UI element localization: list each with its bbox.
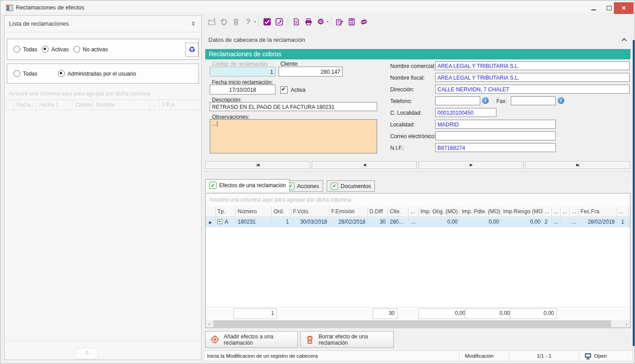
tab-efectos-de-una-reclamaci-n[interactable]: ✔Efectos de una reclamación bbox=[205, 179, 290, 192]
column-header-clte[interactable]: Clte. bbox=[388, 207, 409, 216]
books-button[interactable] bbox=[358, 16, 370, 27]
previous-record-button[interactable]: ◀ bbox=[312, 161, 417, 169]
radio-todas[interactable]: Todas bbox=[14, 46, 37, 53]
resize-grip[interactable]: ⋰ bbox=[625, 351, 632, 361]
column-header-n-mero[interactable]: Número bbox=[236, 207, 272, 216]
telefono-info-icon[interactable]: i bbox=[482, 97, 489, 104]
grid-cell[interactable]: 0,00 bbox=[460, 217, 501, 227]
column-header-f-p-a[interactable]: F.P.A. bbox=[160, 100, 200, 110]
caret-down-icon[interactable]: ▾ bbox=[327, 20, 329, 24]
grid-cell[interactable]: ... bbox=[570, 217, 579, 227]
undo-button[interactable] bbox=[218, 16, 230, 27]
grid-cell[interactable]: ... bbox=[552, 217, 561, 227]
column-header-fecha-i[interactable]: Fecha I. bbox=[36, 100, 72, 110]
column-header-imp-riesgo-mo[interactable]: Imp.Riesgo (MO) bbox=[501, 207, 543, 216]
grid-cell[interactable]: 1 bbox=[272, 217, 291, 227]
observaciones-textarea[interactable]: ... bbox=[210, 119, 377, 153]
grid-cell[interactable] bbox=[561, 217, 570, 227]
column-header-indicator[interactable]: ... bbox=[543, 207, 552, 216]
grid-cell[interactable]: ▶ bbox=[206, 217, 216, 227]
settings-gear-button[interactable]: ⚙ bbox=[315, 16, 327, 27]
column-header-cliente[interactable]: Cliente bbox=[72, 100, 93, 110]
tab-documentos[interactable]: ✔Documentos bbox=[327, 180, 375, 192]
nombre-fiscal-input[interactable]: AREA LEGAL Y TRIBUTARIA S.L. bbox=[435, 73, 630, 82]
refresh-button[interactable]: ♻ bbox=[185, 43, 198, 57]
confirm-button[interactable] bbox=[261, 16, 273, 27]
delete-effect-button[interactable]: Borrar efecto de una reclamación bbox=[300, 331, 394, 348]
radio-no-activas[interactable]: No activas bbox=[73, 46, 108, 53]
column-header-indicator[interactable] bbox=[206, 207, 216, 216]
grid-cell[interactable]: 280... bbox=[388, 217, 409, 227]
column-header-f-emisi-n[interactable]: F.Emisión bbox=[329, 207, 368, 216]
radio-administradas-por-el-usuario[interactable]: Administradas por el usuario bbox=[58, 70, 136, 77]
grid-cell[interactable]: A bbox=[216, 217, 236, 227]
column-header-imp-pdte-mo[interactable]: Imp. Pdte. (MO) bbox=[460, 207, 501, 216]
telefono-input[interactable] bbox=[435, 96, 480, 105]
first-record-button[interactable]: |◀ bbox=[205, 161, 310, 169]
new-record-button[interactable] bbox=[206, 16, 218, 27]
column-header-nombre[interactable]: Nombre bbox=[93, 100, 150, 110]
scrollbar-thumb[interactable] bbox=[213, 320, 611, 327]
direccion-input[interactable]: CALLE NERVION, 7 CHALET bbox=[435, 85, 630, 94]
print-button[interactable] bbox=[302, 16, 315, 27]
collapse-section-button[interactable] bbox=[620, 36, 629, 44]
expand-row-icon[interactable] bbox=[217, 219, 222, 224]
correo-input[interactable] bbox=[435, 131, 556, 140]
delete-button[interactable] bbox=[230, 16, 242, 27]
column-header-ord[interactable]: Ord. bbox=[272, 207, 291, 216]
last-record-button[interactable]: ▶| bbox=[525, 161, 630, 169]
radio-activas[interactable]: Activas bbox=[42, 46, 69, 53]
column-header-recla[interactable]: Recla... bbox=[14, 100, 36, 110]
caret-down-icon[interactable]: ▾ bbox=[254, 20, 256, 24]
localidad-input[interactable]: MADRID bbox=[435, 120, 556, 129]
cliente-input[interactable]: 280.147 bbox=[279, 67, 342, 76]
grid-data-row[interactable]: ▶A180231130/03/201828/02/201830280......… bbox=[206, 217, 630, 227]
column-header-fec-fra[interactable]: Fec.Fra. bbox=[579, 207, 617, 216]
radio-label: Administradas por el usuario bbox=[68, 71, 136, 77]
exit-button[interactable] bbox=[273, 16, 285, 27]
column-header-indicator[interactable]: ... bbox=[561, 207, 570, 216]
column-header-imp-orig-mo[interactable]: Imp. Orig. (MO) bbox=[419, 207, 460, 216]
scroll-right-icon[interactable]: › bbox=[623, 320, 630, 328]
activa-checkbox[interactable]: Activa bbox=[280, 86, 306, 94]
codigo-input[interactable]: 1 bbox=[210, 67, 275, 76]
horizontal-scrollbar[interactable]: ‹ › bbox=[206, 320, 630, 328]
column-header-indicator[interactable]: ... bbox=[409, 207, 419, 216]
grid-cell[interactable]: 2 bbox=[543, 217, 552, 227]
c-localidad-input[interactable]: 000120100450 bbox=[435, 108, 496, 117]
column-header-indicator[interactable] bbox=[5, 100, 14, 110]
column-header-tp[interactable]: Tp. bbox=[216, 207, 236, 216]
descripcion-input[interactable]: RETRASO EN EL PAGO DE LA FACTURA 180231 bbox=[210, 102, 377, 111]
scroll-left-icon[interactable]: ‹ bbox=[206, 320, 213, 328]
column-header-indicator[interactable]: ... bbox=[552, 207, 561, 216]
nombre-comercial-input[interactable]: AREA LEGAL Y TRIBUTARIA S.L. bbox=[435, 61, 630, 70]
grid-cell[interactable]: 0,00 bbox=[419, 217, 460, 227]
document-button[interactable] bbox=[290, 16, 302, 27]
column-header-indicator[interactable]: ... bbox=[570, 207, 579, 216]
pin-icon[interactable] bbox=[189, 19, 198, 28]
grid-cell[interactable]: 1 bbox=[617, 217, 629, 227]
grid-cell[interactable]: 28/02/2018 bbox=[579, 217, 617, 227]
column-header-f-vcto[interactable]: F.Vcto. bbox=[291, 207, 329, 216]
radio-todas[interactable]: Todas bbox=[14, 70, 37, 77]
calculator-button[interactable] bbox=[346, 16, 358, 27]
column-header-d-diff[interactable]: D.Diff bbox=[368, 207, 388, 216]
fax-input[interactable] bbox=[511, 96, 556, 105]
grid-cell[interactable]: 28/02/2018 bbox=[329, 217, 368, 227]
column-header-indicator[interactable]: ... bbox=[150, 100, 160, 110]
notes-edit-button[interactable] bbox=[333, 16, 346, 27]
fax-info-icon[interactable]: i bbox=[558, 97, 564, 104]
grid-cell[interactable]: 30/03/2018 bbox=[291, 217, 329, 227]
fecha-inicio-input[interactable]: 17/10/2018 bbox=[210, 85, 275, 94]
next-record-button[interactable]: ▶ bbox=[419, 161, 523, 169]
help-button[interactable]: ? bbox=[242, 16, 254, 27]
column-header-indicator[interactable]: ... bbox=[617, 207, 629, 216]
minimize-button[interactable] bbox=[587, 2, 600, 14]
grid-cell[interactable]: ... bbox=[409, 217, 419, 227]
grid-cell[interactable]: 30 bbox=[368, 217, 388, 227]
close-button[interactable] bbox=[614, 2, 634, 14]
grid-cell[interactable]: 180231 bbox=[236, 217, 272, 227]
grid-cell[interactable]: 0,00 bbox=[501, 217, 543, 227]
nif-input[interactable]: B87168274 bbox=[435, 143, 556, 152]
add-effects-button[interactable]: Añadir efectos a una reclamación bbox=[205, 331, 298, 348]
